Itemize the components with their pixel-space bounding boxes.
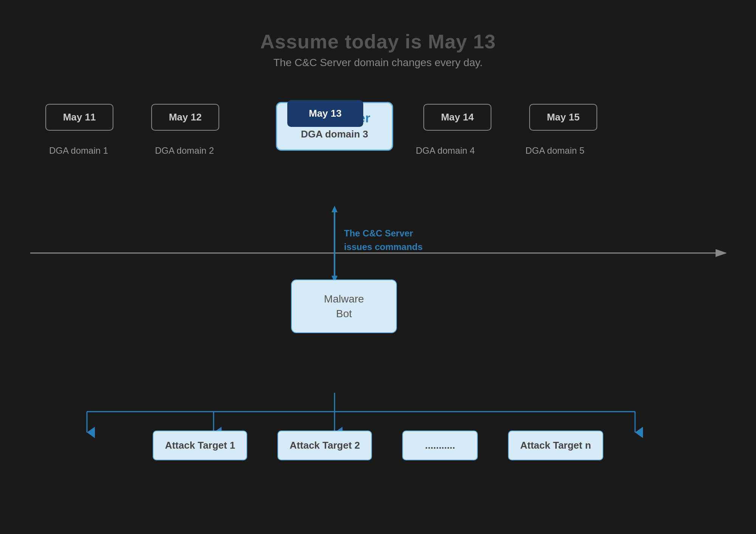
attack-target-2: Attack Target 2 [277,431,372,460]
diagram-container: Assume today is May 13 The C&C Server do… [0,0,756,534]
malware-bot-title: MalwareBot [299,292,389,321]
arrow-up-head [332,206,338,212]
main-title: Assume today is May 13 [0,30,756,53]
domain-label-2: DGA domain 2 [155,145,214,156]
attack-target-dots: ........... [402,431,478,460]
date-box-may14: May 14 [423,104,491,131]
attack-target-1: Attack Target 1 [153,431,247,460]
cnc-domain: DGA domain 3 [283,128,386,140]
date-box-may13: May 13 [287,100,363,127]
subtitle: The C&C Server domain changes every day. [0,57,756,69]
domain-label-5: DGA domain 5 [525,145,584,156]
attack-targets-row: Attack Target 1 Attack Target 2 ........… [0,431,756,460]
attack-target-n: Attack Target n [508,431,603,460]
date-box-may15: May 15 [529,104,597,131]
domain-label-1: DGA domain 1 [49,145,108,156]
cnc-commands-label: The C&C Server issues commands [344,227,423,254]
domain-label-4: DGA domain 4 [416,145,475,156]
date-box-may11: May 11 [45,104,113,131]
date-box-may12: May 12 [151,104,219,131]
malware-bot-box: MalwareBot [291,279,397,333]
title-section: Assume today is May 13 The C&C Server do… [0,0,756,69]
